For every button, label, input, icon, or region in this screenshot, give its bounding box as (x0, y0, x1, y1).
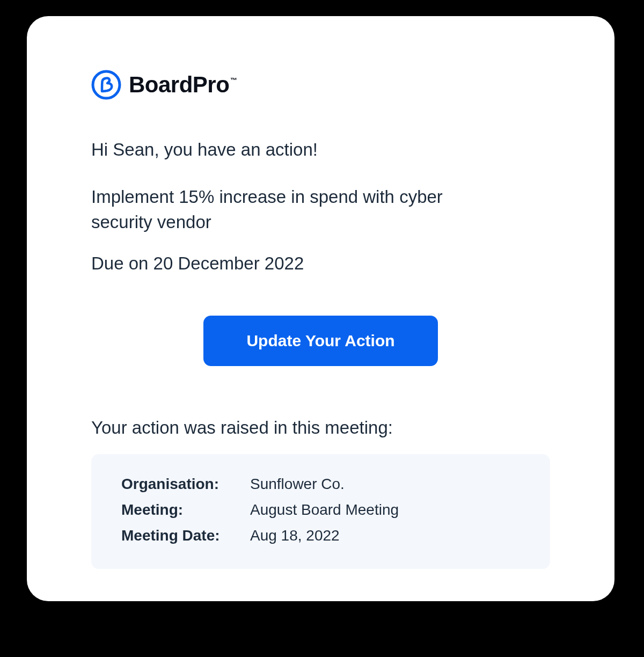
svg-point-0 (93, 71, 120, 98)
meeting-intro-text: Your action was raised in this meeting: (91, 418, 550, 438)
brand-trademark: ™ (230, 76, 237, 84)
action-description: Implement 15% increase in spend with cyb… (91, 185, 478, 235)
greeting-text: Hi Sean, you have an action! (91, 140, 550, 160)
meeting-label: Meeting: (121, 501, 245, 519)
notification-card: BoardPro™ Hi Sean, you have an action! I… (27, 16, 614, 601)
update-action-button[interactable]: Update Your Action (203, 316, 437, 366)
meeting-date-value: Aug 18, 2022 (250, 527, 520, 544)
meeting-value: August Board Meeting (250, 501, 520, 519)
meeting-date-label: Meeting Date: (121, 527, 245, 544)
due-date-text: Due on 20 December 2022 (91, 253, 550, 274)
brand-name: BoardPro™ (129, 72, 236, 98)
organisation-value: Sunflower Co. (250, 476, 520, 493)
boardpro-logo-icon (91, 70, 121, 100)
meeting-details-box: Organisation: Sunflower Co. Meeting: Aug… (91, 454, 550, 569)
meeting-details-table: Organisation: Sunflower Co. Meeting: Aug… (121, 476, 520, 544)
cta-row: Update Your Action (91, 316, 550, 366)
brand-logo: BoardPro™ (91, 70, 550, 100)
organisation-label: Organisation: (121, 476, 245, 493)
brand-name-text: BoardPro (129, 72, 229, 97)
